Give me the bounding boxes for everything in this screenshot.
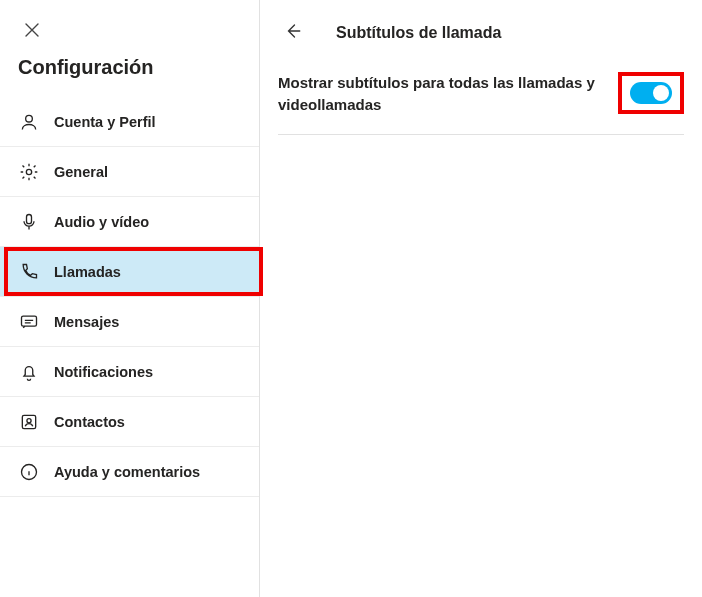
phone-icon <box>18 261 40 283</box>
contacts-icon <box>18 411 40 433</box>
sidebar-item-contacts[interactable]: Contactos <box>0 397 259 447</box>
sidebar-item-label: Cuenta y Perfil <box>54 114 156 130</box>
sidebar-list: Cuenta y Perfil General Audio y vídeo Ll… <box>0 97 259 497</box>
page-title: Subtítulos de llamada <box>336 24 501 42</box>
sidebar-item-messages[interactable]: Mensajes <box>0 297 259 347</box>
sidebar-item-audio-video[interactable]: Audio y vídeo <box>0 197 259 247</box>
close-icon[interactable] <box>24 22 259 38</box>
svg-point-1 <box>26 169 31 174</box>
sidebar-item-calls[interactable]: Llamadas <box>0 247 259 297</box>
sidebar-item-label: Mensajes <box>54 314 119 330</box>
message-icon <box>18 311 40 333</box>
sidebar-item-general[interactable]: General <box>0 147 259 197</box>
bell-icon <box>18 361 40 383</box>
svg-rect-4 <box>22 415 35 428</box>
sidebar-item-help[interactable]: Ayuda y comentarios <box>0 447 259 497</box>
info-icon <box>18 461 40 483</box>
sidebar-item-label: Notificaciones <box>54 364 153 380</box>
sidebar-title: Configuración <box>0 48 259 97</box>
microphone-icon <box>18 211 40 233</box>
sidebar-item-notifications[interactable]: Notificaciones <box>0 347 259 397</box>
setting-row-subtitles: Mostrar subtítulos para todas las llamad… <box>278 72 684 135</box>
svg-rect-3 <box>22 316 37 326</box>
subtitles-toggle[interactable] <box>630 82 672 104</box>
sidebar-item-label: General <box>54 164 108 180</box>
toggle-highlight <box>618 72 684 114</box>
svg-rect-2 <box>27 214 32 223</box>
gear-icon <box>18 161 40 183</box>
person-icon <box>18 111 40 133</box>
sidebar-item-label: Audio y vídeo <box>54 214 149 230</box>
svg-point-5 <box>27 418 31 422</box>
sidebar-item-label: Contactos <box>54 414 125 430</box>
sidebar-item-label: Ayuda y comentarios <box>54 464 200 480</box>
settings-main: Subtítulos de llamada Mostrar subtítulos… <box>260 0 702 597</box>
setting-label: Mostrar subtítulos para todas las llamad… <box>278 72 606 116</box>
sidebar-item-label: Llamadas <box>54 264 121 280</box>
settings-sidebar: Configuración Cuenta y Perfil General Au… <box>0 0 260 597</box>
svg-point-0 <box>26 115 33 122</box>
sidebar-item-account[interactable]: Cuenta y Perfil <box>0 97 259 147</box>
back-icon[interactable] <box>278 18 308 48</box>
